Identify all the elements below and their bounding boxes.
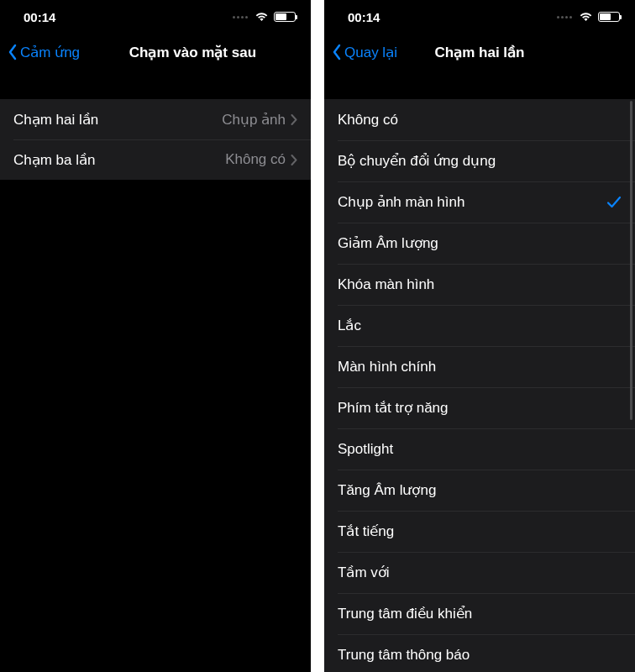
option-label: Màn hình chính xyxy=(338,359,622,375)
option-row[interactable]: Phím tắt trợ năng xyxy=(324,387,635,428)
option-label: Trung tâm thông báo xyxy=(338,647,622,664)
option-row[interactable]: Tầm với xyxy=(324,552,635,593)
battery-icon xyxy=(274,12,296,22)
option-label: Phím tắt trợ năng xyxy=(338,399,622,417)
nav-bar: Quay lại Chạm hai lần xyxy=(324,34,635,71)
phone-right: 00:14 Quay lại Chạm hai lần Không cóBộ c… xyxy=(324,0,635,672)
status-bar: 00:14 xyxy=(324,0,635,34)
nav-bar: Cảm ứng Chạm vào mặt sau xyxy=(0,34,311,71)
wifi-icon xyxy=(255,12,269,22)
option-row[interactable]: Chụp ảnh màn hình xyxy=(324,181,635,223)
option-row[interactable]: Trung tâm thông báo xyxy=(324,634,635,672)
back-button[interactable]: Quay lại xyxy=(331,44,397,61)
option-label: Spotlight xyxy=(338,441,622,458)
chevron-right-icon xyxy=(291,114,297,125)
chevron-left-icon xyxy=(331,44,343,60)
page-title: Chạm hai lần xyxy=(435,44,525,61)
option-row[interactable]: Giảm Âm lượng xyxy=(324,223,635,264)
option-label: Giảm Âm lượng xyxy=(338,234,622,252)
scrollbar[interactable] xyxy=(630,101,632,420)
option-row[interactable]: Tăng Âm lượng xyxy=(324,470,635,511)
row-value: Không có xyxy=(225,151,286,168)
chevron-left-icon xyxy=(7,44,18,60)
option-label: Tầm với xyxy=(338,564,622,581)
settings-list: Chạm hai lầnChụp ảnhChạm ba lầnKhông có xyxy=(0,99,311,180)
signal-dots-icon xyxy=(233,16,248,18)
option-label: Bộ chuyển đổi ứng dụng xyxy=(338,152,622,170)
option-label: Tắt tiếng xyxy=(338,522,622,540)
back-label: Cảm ứng xyxy=(20,44,80,61)
settings-row[interactable]: Chạm ba lầnKhông có xyxy=(0,139,311,180)
option-row[interactable]: Tắt tiếng xyxy=(324,511,635,552)
status-time: 00:14 xyxy=(24,10,55,24)
status-time: 00:14 xyxy=(348,10,380,24)
option-row[interactable]: Không có xyxy=(324,99,635,140)
option-row[interactable]: Bộ chuyển đổi ứng dụng xyxy=(324,140,635,181)
content-area: Chạm hai lầnChụp ảnhChạm ba lầnKhông có xyxy=(0,71,311,672)
back-button[interactable]: Cảm ứng xyxy=(7,44,80,61)
page-title: Chạm vào mặt sau xyxy=(129,44,256,61)
battery-icon xyxy=(598,12,620,22)
option-row[interactable]: Trung tâm điều khiển xyxy=(324,593,635,634)
back-label: Quay lại xyxy=(344,44,397,61)
options-list: Không cóBộ chuyển đổi ứng dụngChụp ảnh m… xyxy=(324,99,635,672)
status-bar: 00:14 xyxy=(0,0,311,34)
option-row[interactable]: Lắc xyxy=(324,305,635,346)
option-row[interactable]: Spotlight xyxy=(324,428,635,470)
option-label: Tăng Âm lượng xyxy=(338,481,622,499)
option-label: Trung tâm điều khiển xyxy=(338,605,622,622)
settings-row[interactable]: Chạm hai lầnChụp ảnh xyxy=(0,99,311,139)
row-label: Chạm hai lần xyxy=(13,111,222,129)
option-row[interactable]: Màn hình chính xyxy=(324,346,635,387)
chevron-right-icon xyxy=(291,155,297,165)
option-label: Lắc xyxy=(338,317,622,334)
phone-left: 00:14 Cảm ứng Chạm vào mặt sau Chạm hai … xyxy=(0,0,311,672)
option-label: Khóa màn hình xyxy=(338,276,622,293)
status-right xyxy=(233,12,296,22)
status-right xyxy=(557,12,620,22)
option-label: Chụp ảnh màn hình xyxy=(338,193,606,211)
check-icon xyxy=(606,195,622,210)
content-area: Không cóBộ chuyển đổi ứng dụngChụp ảnh m… xyxy=(324,71,635,672)
option-row[interactable]: Khóa màn hình xyxy=(324,264,635,305)
row-label: Chạm ba lần xyxy=(13,151,225,169)
option-label: Không có xyxy=(338,112,622,129)
row-value: Chụp ảnh xyxy=(222,111,286,129)
signal-dots-icon xyxy=(557,16,572,18)
wifi-icon xyxy=(579,12,593,22)
